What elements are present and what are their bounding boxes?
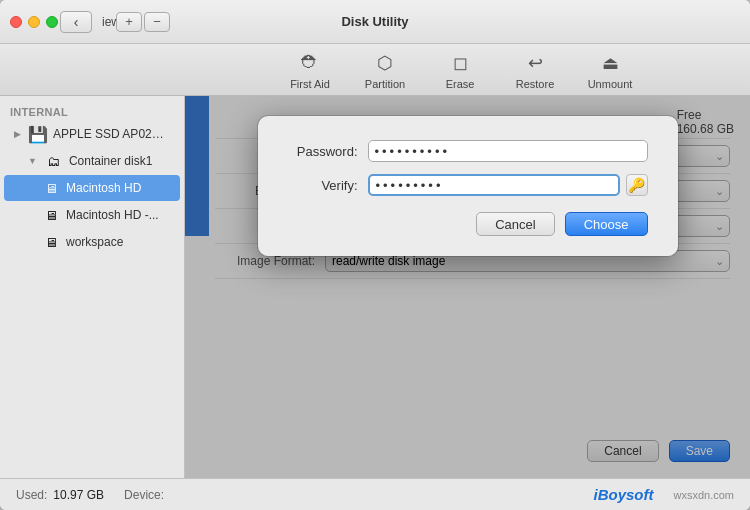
password-input[interactable]	[368, 140, 648, 162]
partition-icon: ⬡	[372, 50, 398, 76]
device-info: Device:	[124, 488, 170, 502]
apple-ssd-label: APPLE SSD AP0256...	[53, 127, 170, 141]
macintosh-hd-label: Macintosh HD	[66, 181, 141, 195]
window-title: Disk Utility	[341, 14, 408, 29]
sidebar-group-internal: ▶ 💾 APPLE SSD AP0256... ▼ 🗂 Container di…	[0, 120, 184, 256]
toolbar-first-aid-label: First Aid	[290, 78, 330, 90]
toolbar-erase[interactable]: ◻ Erase	[433, 50, 488, 90]
dialog-password-row: Password:	[288, 140, 648, 162]
back-button[interactable]: ‹	[60, 11, 92, 33]
device-label: Device:	[124, 488, 164, 502]
sidebar: Internal ▶ 💾 APPLE SSD AP0256... ▼ 🗂 Con…	[0, 96, 185, 478]
dialog-choose-button[interactable]: Choose	[565, 212, 648, 236]
disclosure-caret-2: ▼	[28, 156, 37, 166]
workspace-icon: 🖥	[42, 233, 60, 251]
password-dialog: Password: Verify: 🔑	[258, 116, 678, 256]
title-bar: ‹ iew + − Disk Utility	[0, 0, 750, 44]
toolbar-unmount-label: Unmount	[588, 78, 633, 90]
brand-badge: iBoysoft	[593, 486, 653, 503]
toolbar: ⛑ First Aid ⬡ Partition ◻ Erase ↩ Restor…	[0, 44, 750, 96]
add-volume-button[interactable]: +	[116, 12, 142, 32]
sidebar-item-macintosh-hd2[interactable]: 🖥 Macintosh HD -...	[4, 202, 180, 228]
first-aid-icon: ⛑	[297, 50, 323, 76]
container-disk1-label: Container disk1	[69, 154, 152, 168]
close-button[interactable]	[10, 16, 22, 28]
toolbar-restore[interactable]: ↩ Restore	[508, 50, 563, 90]
chevron-left-icon: ‹	[74, 14, 79, 30]
macintosh-hd-icon: 🖥	[42, 179, 60, 197]
dialog-body: Password: Verify: 🔑	[258, 116, 678, 256]
traffic-lights	[10, 16, 58, 28]
toolbar-erase-label: Erase	[446, 78, 475, 90]
password-input-wrapper	[368, 140, 648, 162]
brand-text: iBoysoft	[593, 486, 653, 503]
sidebar-item-macintosh-hd[interactable]: 🖥 Macintosh HD	[4, 175, 180, 201]
container-icon: 🗂	[45, 152, 63, 170]
used-value: 10.97 GB	[53, 488, 104, 502]
sidebar-item-workspace[interactable]: 🖥 workspace	[4, 229, 180, 255]
workspace-label: workspace	[66, 235, 123, 249]
remove-volume-button[interactable]: −	[144, 12, 170, 32]
verify-input-wrapper: 🔑	[368, 174, 648, 196]
dialog-cancel-button[interactable]: Cancel	[476, 212, 554, 236]
verify-label: Verify:	[288, 178, 368, 193]
toolbar-first-aid[interactable]: ⛑ First Aid	[283, 50, 338, 90]
used-label: Used:	[16, 488, 47, 502]
macintosh-hd2-icon: 🖥	[42, 206, 60, 224]
info-bar: Used: 10.97 GB Device: iBoysoft wxsxdn.c…	[0, 478, 750, 510]
erase-icon: ◻	[447, 50, 473, 76]
dialog-actions: Cancel Choose	[288, 208, 648, 236]
key-icon[interactable]: 🔑	[626, 174, 648, 196]
toolbar-unmount[interactable]: ⏏ Unmount	[583, 50, 638, 90]
maximize-button[interactable]	[46, 16, 58, 28]
dialog-verify-row: Verify: 🔑	[288, 174, 648, 196]
toolbar-restore-label: Restore	[516, 78, 555, 90]
toolbar-partition-label: Partition	[365, 78, 405, 90]
brand-sub: wxsxdn.com	[673, 489, 734, 501]
drive-icon: 💾	[29, 125, 47, 143]
sidebar-item-apple-ssd[interactable]: ▶ 💾 APPLE SSD AP0256...	[4, 121, 180, 147]
restore-icon: ↩	[522, 50, 548, 76]
used-info: Used: 10.97 GB	[16, 488, 104, 502]
main-content: Name: Untitled Size: 100 MB Format: APFS	[185, 96, 750, 478]
disclosure-caret: ▶	[14, 129, 21, 139]
password-label: Password:	[288, 144, 368, 159]
sidebar-item-container-disk1[interactable]: ▼ 🗂 Container disk1	[4, 148, 180, 174]
macintosh-hd2-label: Macintosh HD -...	[66, 208, 159, 222]
toolbar-partition[interactable]: ⬡ Partition	[358, 50, 413, 90]
minimize-button[interactable]	[28, 16, 40, 28]
content-area: Internal ▶ 💾 APPLE SSD AP0256... ▼ 🗂 Con…	[0, 96, 750, 478]
unmount-icon: ⏏	[597, 50, 623, 76]
main-window: ‹ iew + − Disk Utility ⛑ First Aid ⬡ Par…	[0, 0, 750, 510]
verify-input[interactable]	[368, 174, 620, 196]
sidebar-section-internal: Internal	[0, 102, 184, 120]
